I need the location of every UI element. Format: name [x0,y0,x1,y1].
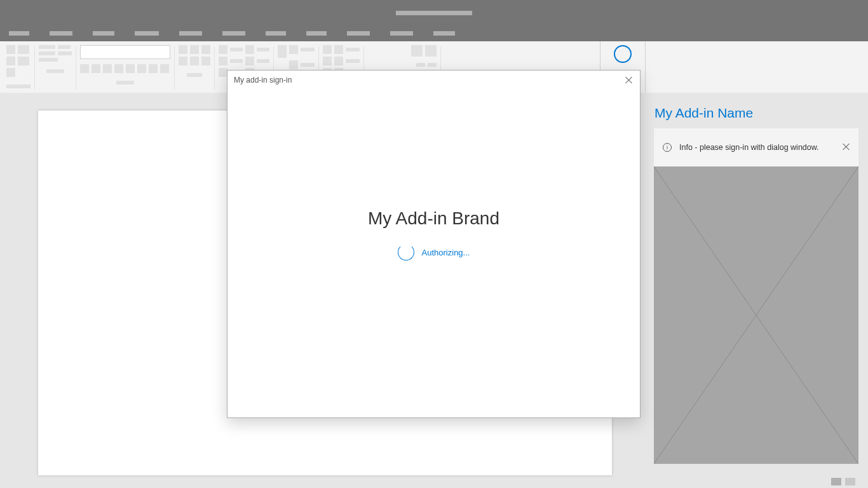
ribbon-tab[interactable] [135,31,159,36]
ribbon-button[interactable] [219,57,227,65]
ribbon-button[interactable] [201,45,210,54]
ribbon-button[interactable] [39,45,55,49]
ribbon-button[interactable] [39,51,55,55]
ribbon-button[interactable] [230,48,243,51]
dialog-header: My add-in sign-in [227,71,640,90]
ribbon-tab[interactable] [93,31,114,36]
ribbon-tab[interactable] [9,31,29,36]
ribbon-button[interactable] [149,64,158,73]
task-pane-title: My Add-in Name [644,93,868,128]
dialog-title: My add-in sign-in [234,76,292,85]
ribbon-button[interactable] [160,64,169,73]
ribbon-group [0,45,34,88]
ribbon-button[interactable] [323,45,332,54]
ribbon-tab[interactable] [390,31,413,36]
ribbon-group-label [116,81,134,85]
ribbon-button[interactable] [411,45,423,57]
auth-status-text: Authorizing... [422,248,470,257]
ribbon-button[interactable] [18,57,29,65]
info-bar: i Info - please sign-in with dialog wind… [654,128,858,166]
ribbon-button[interactable] [201,57,210,65]
status-bar [0,475,868,488]
ribbon-tab[interactable] [222,31,245,36]
ribbon-button[interactable] [257,48,269,51]
dialog-body: My Add-in Brand Authorizing... [227,90,640,417]
ribbon-button[interactable] [179,45,187,54]
ribbon-button[interactable] [58,51,72,55]
ribbon-tab[interactable] [50,31,72,36]
info-icon: i [663,143,672,152]
ribbon-separator [645,41,646,93]
addin-circle-icon [614,45,632,63]
titlebar-placeholder [396,11,472,15]
ribbon-group [76,45,174,85]
task-pane-content-placeholder [654,166,858,464]
dialog-close-button[interactable] [625,76,634,85]
ribbon-tab[interactable] [433,31,455,36]
ribbon-button[interactable] [278,45,287,58]
ribbon-input[interactable] [80,45,170,59]
ribbon-button[interactable] [334,57,343,65]
ribbon-button[interactable] [230,59,243,63]
ribbon-tab[interactable] [306,31,327,36]
task-pane: My Add-in Name i Info - please sign-in w… [644,93,868,475]
ribbon-button[interactable] [289,45,298,54]
info-bar-message: Info - please sign-in with dialog window… [679,143,819,152]
ribbon-button[interactable] [289,60,298,69]
ribbon-button[interactable] [6,45,15,54]
ribbon-button[interactable] [301,63,315,67]
ribbon-button[interactable] [80,64,89,73]
window-titlebar [0,0,868,25]
ribbon-button[interactable] [126,64,135,73]
ribbon-button[interactable] [18,45,29,54]
ribbon-button[interactable] [190,57,199,65]
addin-brand-heading: My Add-in Brand [368,208,499,229]
ribbon-button[interactable] [334,45,343,54]
ribbon-button[interactable] [92,64,100,73]
ribbon-button[interactable] [428,63,437,67]
ribbon-group [364,45,440,67]
signin-dialog: My add-in sign-in My Add-in Brand Author… [227,70,641,418]
ribbon-group [35,45,76,73]
view-mode-button[interactable] [831,478,841,485]
ribbon-button[interactable] [416,63,425,67]
ribbon-button[interactable] [190,45,199,54]
view-mode-button[interactable] [845,478,855,485]
ribbon-button[interactable] [6,68,15,77]
ribbon-group-label [46,69,64,73]
ribbon-button[interactable] [103,64,112,73]
ribbon-tabs [0,25,868,41]
ribbon-button[interactable] [257,59,269,63]
ribbon-tab[interactable] [179,31,202,36]
ribbon-tab[interactable] [266,31,286,36]
ribbon-button[interactable] [346,59,360,63]
auth-status-row: Authorizing... [398,244,470,261]
ribbon-group [175,45,214,77]
ribbon-button[interactable] [137,64,146,73]
ribbon-button[interactable] [114,64,123,73]
ribbon-button[interactable] [245,57,254,65]
info-bar-close-button[interactable] [842,142,851,151]
spinner-icon [398,244,414,261]
ribbon-button[interactable] [219,45,227,54]
ribbon-button[interactable] [6,57,15,65]
ribbon-button[interactable] [323,57,332,65]
ribbon-button[interactable] [39,58,58,62]
ribbon-button[interactable] [425,45,437,57]
ribbon-button[interactable] [346,48,360,51]
ribbon-group-label [187,73,202,77]
ribbon-button[interactable] [219,68,227,77]
ribbon-button[interactable] [58,45,71,49]
ribbon-tab[interactable] [347,31,370,36]
ribbon-button[interactable] [245,45,254,54]
ribbon-button[interactable] [301,48,315,51]
ribbon-button[interactable] [179,57,187,65]
ribbon-group-label [6,85,31,88]
